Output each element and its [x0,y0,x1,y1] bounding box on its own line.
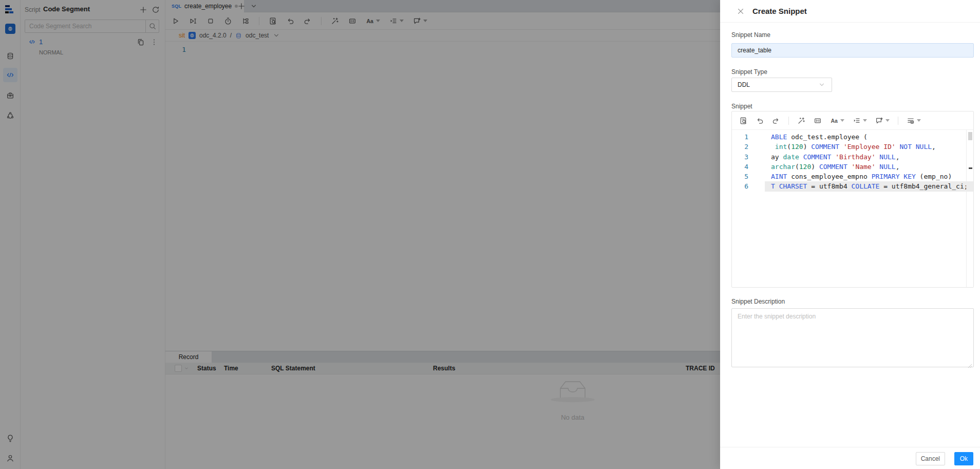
format-button[interactable] [795,115,807,127]
indent-button[interactable] [851,115,869,127]
snippet-type-value: DDL [738,81,750,88]
snippet-type-label: Snippet Type [731,68,767,76]
scrollbar-thumb[interactable] [968,132,972,140]
app-root: Script Code Segment 1 NORMAL SQL create_… [0,0,980,469]
select-chevron-icon [818,81,826,89]
format-icon [797,117,805,125]
indent-icon [853,117,861,125]
font-case-button[interactable]: Aa [828,115,846,127]
code-line[interactable]: 5AINT cons_employee_empno PRIMARY KEY (e… [732,172,973,181]
snippet-label: Snippet [731,103,752,110]
snippet-type-select[interactable]: DDL [731,78,832,92]
drawer-header: Create Snippet [720,0,980,23]
code-line[interactable]: 1ABLE odc_test.employee ( [732,132,973,142]
drawer-footer: Cancel Ok [720,447,980,469]
caret-down-icon [840,119,844,122]
svg-text:Aa: Aa [831,117,838,123]
redo-icon [772,117,780,125]
code-line[interactable]: 6T CHARSET = utf8mb4 COLLATE = utf8mb4_g… [732,181,973,191]
snippet-name-input[interactable] [731,43,974,58]
font-case-icon: Aa [830,117,838,125]
snippet-name-label: Snippet Name [731,31,770,39]
code-line[interactable]: 2 int(120) COMMENT 'Employee ID' NOT NUL… [732,142,973,152]
code-line[interactable]: 4archar(120) COMMENT 'Name' NULL, [732,162,973,172]
comment-button[interactable] [873,115,892,127]
line-number: 6 [732,181,748,191]
line-number: 4 [732,162,748,172]
line-number: 2 [732,142,748,152]
cancel-button[interactable]: Cancel [916,452,945,465]
caret-down-icon [917,119,921,122]
drawer-title: Create Snippet [752,7,807,15]
ratio-button[interactable] [812,115,824,127]
line-number: 1 [732,132,748,142]
snippet-search-button[interactable] [737,115,749,127]
toolbar-divider [788,117,789,125]
create-snippet-drawer: Create Snippet Snippet Name Snippet Type… [720,0,980,469]
ratio-icon [814,117,822,125]
insert-list-button[interactable] [904,115,923,127]
snippet-search-icon [739,117,747,125]
line-number: 5 [732,172,748,181]
caret-down-icon [863,119,867,122]
undo-icon [756,117,764,125]
redo-button[interactable] [770,115,782,127]
scrollbar-track [966,130,967,287]
overview-cursor-mark [969,167,972,169]
insert-list-icon [907,117,915,125]
caret-down-icon [885,119,890,122]
snippet-description-label: Snippet Description [731,298,785,305]
snippet-code-area[interactable]: 1ABLE odc_test.employee (2 int(120) COMM… [732,130,973,287]
snippet-description-input[interactable] [731,308,974,367]
line-number: 3 [732,152,748,162]
ok-button[interactable]: Ok [954,452,973,465]
snippet-editor: Aa 1ABLE odc_test.employee (2 int(120) C… [731,111,974,288]
comment-icon [875,117,883,125]
close-icon[interactable] [734,5,747,17]
snippet-code-lines: 1ABLE odc_test.employee (2 int(120) COMM… [732,132,973,192]
snippet-toolbar: Aa [732,111,973,130]
code-line[interactable]: 3ay date COMMENT 'Birthday' NULL, [732,152,973,162]
undo-button[interactable] [753,115,766,127]
toolbar-divider [898,117,898,125]
